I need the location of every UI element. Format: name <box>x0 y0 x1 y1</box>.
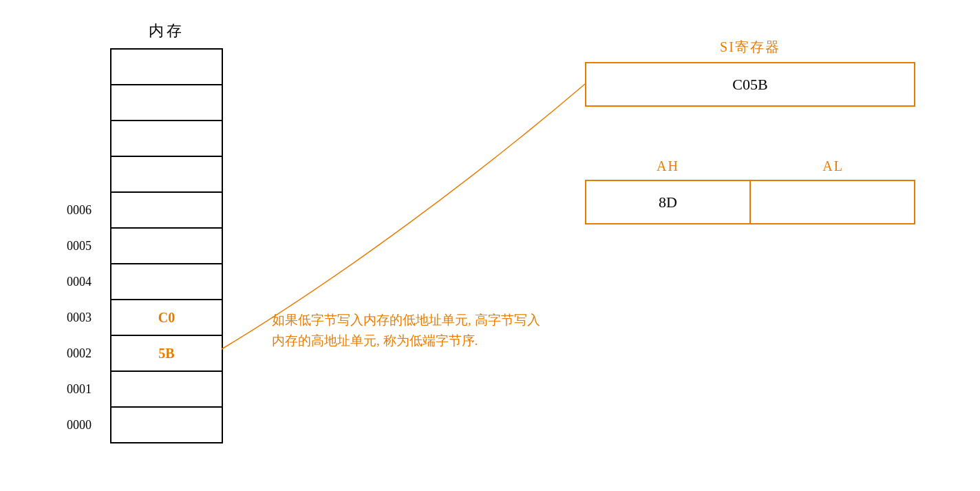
si-register-label: SI寄存器 <box>585 38 915 56</box>
memory-cell <box>111 121 222 157</box>
memory-cell: 0000 <box>111 408 222 443</box>
description: 如果低字节写入内存的低地址单元, 高字节写入 内存的高地址单元, 称为低端字节序… <box>272 310 540 352</box>
memory-cell-value: C0 <box>158 310 175 326</box>
memory-address: 0006 <box>67 203 92 218</box>
memory-cell <box>111 85 222 121</box>
ax-register: AH AL 8D <box>585 158 915 224</box>
memory-cell: 0004 <box>111 264 222 300</box>
description-line1: 如果低字节写入内存的低地址单元, 高字节写入 <box>272 310 540 331</box>
ah-label: AH <box>657 158 679 174</box>
memory-cell: 0003C0 <box>111 300 222 336</box>
ah-value: 8D <box>586 181 751 223</box>
al-value <box>751 181 914 223</box>
memory-address: 0004 <box>67 275 92 289</box>
memory-address: 0001 <box>67 382 92 397</box>
si-register-box: C05B <box>585 62 915 107</box>
memory-cell-value: 5B <box>158 346 174 362</box>
memory-address: 0002 <box>67 346 92 361</box>
memory-cell: 0001 <box>111 372 222 408</box>
al-label: AL <box>822 158 844 174</box>
ax-labels: AH AL <box>585 158 915 174</box>
description-line2: 内存的高地址单元, 称为低端字节序. <box>272 331 540 351</box>
memory-cell: 0006 <box>111 193 222 229</box>
memory-cell: 00025B <box>111 336 222 372</box>
si-register: SI寄存器 C05B <box>585 38 915 107</box>
si-register-value: C05B <box>732 76 767 94</box>
memory-cell <box>111 157 222 193</box>
memory-title: 内存 <box>110 21 223 41</box>
ax-register-box: 8D <box>585 180 915 224</box>
memory-cells: 0006000500040003C000025B00010000 <box>110 48 223 443</box>
memory-address: 0000 <box>67 418 92 432</box>
memory-cell <box>111 50 222 85</box>
memory-section: 内存 0006000500040003C000025B00010000 <box>110 21 223 443</box>
memory-address: 0003 <box>67 311 92 325</box>
memory-address: 0005 <box>67 239 92 253</box>
memory-cell: 0005 <box>111 229 222 264</box>
